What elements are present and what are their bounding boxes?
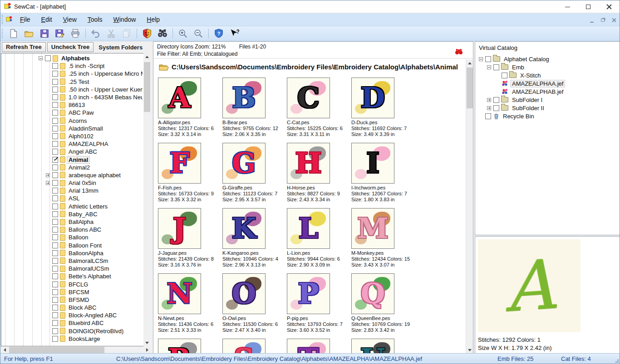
menu-tools[interactable]: Tools (82, 14, 108, 25)
tree-checkbox[interactable] (52, 180, 58, 186)
tree-item[interactable]: BOINGIO(RetroBlvd) (1, 327, 143, 335)
tree-checkbox[interactable] (52, 87, 58, 92)
menu-window[interactable]: Window (108, 14, 142, 25)
tree-checkbox[interactable] (52, 63, 58, 69)
tree-checkbox[interactable] (52, 219, 58, 225)
tree-checkbox[interactable] (52, 141, 58, 147)
design-thumbnail[interactable]: R (158, 339, 201, 354)
catalog-checkbox[interactable] (493, 105, 499, 111)
scroll-right-icon[interactable] (143, 346, 151, 354)
catalog-checkbox[interactable] (485, 113, 491, 119)
tree-item[interactable]: Balloon Font (1, 242, 143, 249)
design-thumbnail[interactable]: K (222, 208, 266, 249)
save-as-icon[interactable] (53, 27, 67, 40)
binoculars-icon[interactable] (156, 27, 169, 40)
design-thumbnail[interactable]: C (287, 78, 330, 118)
system-folder-tree[interactable]: Alphabets.5 inch -Script.25 inch - Upper… (1, 53, 151, 346)
zoom-out-icon[interactable] (192, 27, 205, 40)
tree-item[interactable]: Block-Angled ABC (1, 311, 143, 319)
design-thumbnail[interactable]: A (158, 78, 201, 118)
catalog-tree-item[interactable]: AMAZEALPHAB.jef (479, 87, 620, 96)
tree-checkbox[interactable] (52, 157, 58, 163)
design-thumbnail[interactable]: T (287, 339, 330, 354)
tree-item[interactable]: BallAlpha (1, 218, 143, 226)
scroll-down-icon[interactable] (143, 339, 151, 346)
tree-item[interactable]: Animal2 (1, 164, 143, 171)
expand-icon[interactable] (487, 106, 491, 110)
tree-checkbox[interactable] (52, 328, 58, 334)
tree-checkbox[interactable] (52, 118, 58, 124)
tree-checkbox[interactable] (45, 55, 51, 61)
design-thumbnail[interactable]: S (222, 339, 266, 354)
catalog-tree-item[interactable]: SubFolder I (479, 96, 620, 104)
close-icon[interactable] (599, 0, 620, 13)
expand-icon[interactable] (46, 173, 50, 177)
tree-checkbox[interactable] (52, 102, 58, 108)
tree-item[interactable]: Arial 13mm (1, 187, 143, 194)
tree-checkbox[interactable] (52, 297, 58, 303)
tree-item[interactable]: BalloonAlpha (1, 249, 143, 257)
design-thumbnail[interactable]: P (287, 273, 330, 314)
tree-item[interactable]: 86613 (1, 101, 143, 109)
tree-item[interactable]: ASL (1, 194, 143, 202)
minimize-icon[interactable] (557, 0, 578, 13)
tree-item[interactable]: Bluebird ABC (1, 319, 143, 327)
tree-item[interactable]: ABC Paw (1, 109, 143, 116)
design-thumbnail[interactable]: Q (351, 273, 394, 314)
tree-item[interactable]: Alph0102 (1, 132, 143, 140)
catalog-checkbox[interactable] (493, 64, 499, 70)
catalog-tree-item[interactable]: SubFolder II (479, 104, 620, 112)
context-help-icon[interactable]: ? (227, 27, 241, 40)
tree-checkbox[interactable] (52, 273, 58, 279)
expand-icon[interactable] (487, 98, 491, 102)
menu-help[interactable]: Help (141, 14, 165, 25)
catalog-tree-item[interactable]: Alphabet Catalog (479, 55, 620, 63)
tree-item[interactable]: Ballons ABC (1, 226, 143, 233)
tree-checkbox[interactable] (52, 165, 58, 170)
new-file-icon[interactable] (7, 27, 20, 40)
catalog-checkbox[interactable] (502, 73, 507, 78)
menubar-grip[interactable] (2, 15, 4, 24)
scroll-left-icon[interactable] (1, 346, 8, 354)
tree-checkbox[interactable] (52, 258, 58, 264)
tree-checkbox[interactable] (52, 79, 58, 85)
tree-item[interactable]: arabesque alphabet (1, 171, 143, 179)
catalog-tree-item[interactable]: AMAZEALPHAA.jef (479, 79, 620, 87)
tree-item[interactable]: Balloon (1, 233, 143, 241)
design-thumbnail[interactable]: U (351, 339, 394, 354)
tree-item[interactable]: .5 inch -Script (1, 62, 143, 70)
tree-checkbox[interactable] (52, 149, 58, 155)
tree-checkbox[interactable] (52, 94, 58, 100)
tree-vertical-scrollbar[interactable] (143, 53, 151, 346)
tree-checkbox[interactable] (52, 211, 58, 217)
catalog-checkbox[interactable] (493, 97, 499, 103)
tree-item[interactable]: 1.0 inch - 643SM Bebas Neue N (1, 93, 143, 101)
tree-item[interactable]: BalmoralLCSm (1, 257, 143, 265)
tree-item[interactable]: Block ABC (1, 304, 143, 311)
tree-item[interactable]: BFCLG (1, 280, 143, 288)
mdi-restore-icon[interactable] (600, 17, 606, 23)
toolbar-grip[interactable] (2, 29, 4, 39)
tree-checkbox[interactable] (52, 320, 58, 326)
design-thumbnail[interactable]: N (158, 273, 201, 314)
tree-checkbox[interactable] (52, 133, 58, 139)
scroll-up-icon[interactable] (466, 59, 473, 67)
print-icon[interactable] (69, 27, 82, 40)
design-thumbnail[interactable]: F (158, 143, 201, 184)
tree-checkbox[interactable] (52, 234, 58, 240)
tree-item[interactable]: AladdinSmall (1, 125, 143, 132)
design-thumbnail[interactable]: O (222, 273, 266, 314)
tree-item[interactable]: BooksLarge (1, 335, 143, 343)
design-thumbnail[interactable]: L (287, 208, 330, 249)
tree-checkbox[interactable] (52, 281, 58, 287)
refresh-tree-button[interactable]: Refresh Tree (2, 42, 46, 52)
tree-checkbox[interactable] (52, 172, 58, 178)
tree-checkbox[interactable] (52, 204, 58, 209)
masks-icon[interactable] (140, 27, 154, 40)
tree-item[interactable]: Angel ABC (1, 148, 143, 155)
tree-checkbox[interactable] (52, 250, 58, 256)
tree-item[interactable]: AMAZEALPHA (1, 140, 143, 148)
tree-checkbox[interactable] (52, 126, 58, 131)
tree-item[interactable]: BFSMD (1, 296, 143, 304)
tree-checkbox[interactable] (52, 336, 58, 342)
